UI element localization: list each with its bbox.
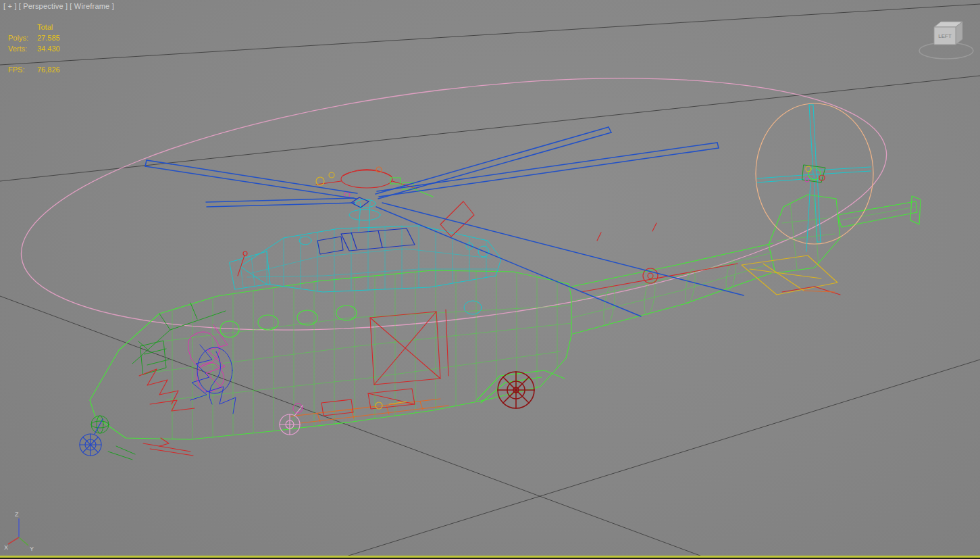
helicopter-model[interactable] xyxy=(80,103,921,460)
main-rotor-sweep-circle xyxy=(7,37,900,372)
boom-markings xyxy=(581,223,738,292)
statistics-overlay: Total Polys: 27.585 Verts: 34.430 FPS: 7… xyxy=(8,22,60,75)
stats-polys-value: 27.585 xyxy=(37,32,60,43)
viewcube-face-label[interactable]: LEFT xyxy=(938,33,952,39)
fuselage-wireframe xyxy=(90,270,572,439)
tail-rotor xyxy=(756,103,873,251)
gearbox-wireframe xyxy=(317,228,415,254)
cockpit-interior-details xyxy=(139,324,236,414)
axis-z-label: Z xyxy=(15,511,19,518)
stats-fps-label: FPS: xyxy=(8,64,37,75)
world-axis-gizmo: Z X Y xyxy=(3,508,39,552)
viewport-3d[interactable]: [ + ][ Perspective ][ Wireframe ] Total … xyxy=(0,0,980,559)
viewport-label: [ + ][ Perspective ][ Wireframe ] xyxy=(3,2,116,10)
cockpit-windshield-frame xyxy=(132,303,226,374)
axis-x-line xyxy=(8,537,19,544)
viewport-pov-menu-button[interactable]: [ Perspective ] xyxy=(19,2,68,10)
viewport-shading-menu-button[interactable]: [ Wireframe ] xyxy=(70,2,114,10)
stats-polys-label: Polys: xyxy=(8,32,37,43)
axis-y-label: Y xyxy=(30,545,34,552)
stats-verts-value: 34.430 xyxy=(37,43,60,54)
stats-header-row: Total xyxy=(8,22,60,32)
nose-gear-and-sensors xyxy=(80,416,193,460)
viewcube-compass-ring[interactable] xyxy=(919,43,973,59)
axis-y-line xyxy=(19,537,28,545)
main-landing-wheel xyxy=(498,372,534,408)
viewcube[interactable]: LEFT xyxy=(914,12,976,66)
axis-x-label: X xyxy=(4,544,8,551)
stats-fps-row: FPS: 76,826 xyxy=(8,64,60,75)
stats-verts-row: Verts: 34.430 xyxy=(8,43,60,54)
stats-verts-label: Verts: xyxy=(8,43,37,54)
tail-lower-fin xyxy=(742,256,840,295)
active-viewport-border xyxy=(0,556,980,559)
viewport-general-menu-button[interactable]: [ + ] xyxy=(3,2,17,10)
engine-cowling-mesh xyxy=(230,226,501,314)
stats-fps-value: 76,826 xyxy=(37,64,60,75)
ground-grid xyxy=(0,4,980,559)
scene-canvas xyxy=(0,0,980,559)
stats-polys-row: Polys: 27.585 xyxy=(8,32,60,43)
stats-total-header: Total xyxy=(37,22,53,32)
